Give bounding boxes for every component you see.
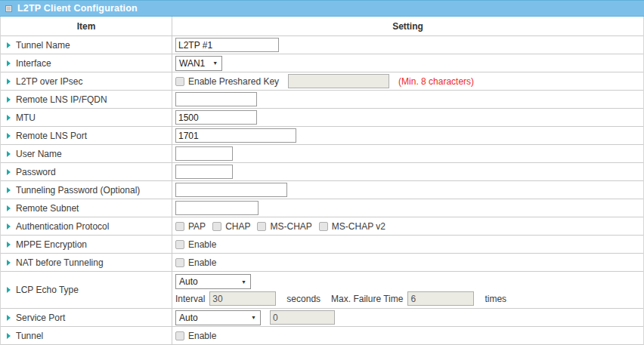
- table-row-tunneling-password: Tunneling Password (Optional): [1, 181, 643, 199]
- bullet-icon: [7, 169, 11, 175]
- bullet-icon: [7, 60, 11, 66]
- table-row-authentication-protocol: Authentication Protocol PAP CHAP MS-CHAP: [1, 217, 643, 236]
- mppe-encryption-label: MPPE Encryption: [16, 239, 87, 250]
- remote-lns-ip-input[interactable]: [175, 92, 257, 106]
- mppe-enable-checkbox[interactable]: [175, 240, 184, 249]
- mtu-input[interactable]: [175, 110, 257, 125]
- nat-enable-label: Enable: [188, 257, 216, 268]
- remote-lns-port-input[interactable]: [175, 128, 296, 143]
- bullet-icon: [7, 115, 11, 121]
- table-row-tunnel-name: Tunnel Name: [1, 36, 643, 54]
- user-name-input[interactable]: [175, 146, 233, 161]
- table-row-service-port: Service Port Auto ▼: [1, 309, 643, 327]
- preshared-key-input[interactable]: [288, 74, 389, 88]
- tunnel-name-label: Tunnel Name: [16, 40, 70, 51]
- chap-label: CHAP: [225, 221, 250, 232]
- lcp-echo-type-selected-value: Auto: [179, 276, 198, 287]
- table-row-password: Password: [1, 163, 643, 181]
- bullet-icon: [7, 223, 11, 229]
- chevron-down-icon: ▼: [243, 315, 256, 320]
- bullet-icon: [7, 151, 11, 157]
- interface-select[interactable]: WAN1 ▼: [175, 56, 222, 71]
- interface-selected-value: WAN1: [179, 58, 205, 69]
- bullet-icon: [7, 79, 11, 85]
- section-title: L2TP Client Configuration: [17, 3, 138, 14]
- table-row-user-name: User Name: [1, 145, 643, 163]
- lcp-interval-label: Interval: [175, 294, 205, 304]
- mppe-enable-label: Enable: [188, 239, 216, 250]
- service-port-select[interactable]: Auto ▼: [175, 310, 261, 325]
- bullet-icon: [7, 97, 11, 103]
- chevron-down-icon: ▼: [234, 279, 246, 285]
- password-input[interactable]: [175, 165, 233, 179]
- enable-preshared-key-label: Enable Preshared Key: [188, 76, 279, 87]
- lcp-interval-input[interactable]: [209, 291, 276, 306]
- lcp-echo-type-select[interactable]: Auto ▼: [175, 274, 251, 289]
- item-column-header: Item: [1, 17, 172, 35]
- tunneling-password-label: Tunneling Password (Optional): [16, 185, 140, 196]
- nat-enable-checkbox[interactable]: [175, 258, 184, 267]
- chap-checkbox[interactable]: [212, 222, 221, 231]
- tunneling-password-input[interactable]: [175, 183, 287, 197]
- lcp-failure-unit-label: times: [485, 294, 506, 304]
- bullet-icon: [7, 315, 11, 321]
- pap-label: PAP: [188, 221, 206, 232]
- bullet-icon: [7, 133, 11, 139]
- table-row-remote-subnet: Remote Subnet: [1, 199, 643, 217]
- password-label: Password: [16, 167, 56, 177]
- remote-subnet-label: Remote Subnet: [16, 203, 79, 214]
- ms-chap-label: MS-CHAP: [270, 221, 311, 232]
- bullet-icon: [7, 205, 11, 211]
- lcp-max-failure-label: Max. Failure Time: [331, 294, 403, 304]
- preshared-key-hint: (Min. 8 characters): [398, 76, 474, 87]
- ms-chap-v2-label: MS-CHAP v2: [332, 221, 385, 232]
- l2tp-over-ipsec-label: L2TP over IPsec: [16, 76, 83, 87]
- bullet-icon: [7, 187, 11, 193]
- interface-label: Interface: [16, 58, 51, 69]
- table-row-remote-lns-port: Remote LNS Port: [1, 127, 643, 145]
- lcp-echo-type-label: LCP Echo Type: [16, 285, 79, 295]
- enable-preshared-key-checkbox[interactable]: [175, 77, 184, 86]
- table-row-remote-lns-ip: Remote LNS IP/FQDN: [1, 91, 643, 109]
- lcp-interval-unit-label: seconds: [286, 294, 320, 304]
- table-row-tunnel: Tunnel Enable: [1, 327, 643, 345]
- mtu-label: MTU: [16, 112, 36, 123]
- bullet-icon: [7, 287, 11, 293]
- remote-lns-port-label: Remote LNS Port: [16, 131, 87, 141]
- user-name-label: User Name: [16, 149, 62, 159]
- authentication-protocol-label: Authentication Protocol: [16, 221, 109, 232]
- table-header-row: Item Setting: [1, 17, 643, 36]
- tunnel-enable-label: Enable: [188, 331, 216, 341]
- bullet-icon: [7, 42, 11, 48]
- table-row-nat-before-tunneling: NAT before Tunneling Enable: [1, 254, 643, 272]
- pap-checkbox[interactable]: [175, 222, 184, 231]
- table-row-l2tp-over-ipsec: L2TP over IPsec Enable Preshared Key (Mi…: [1, 72, 643, 91]
- bullet-icon: [7, 260, 11, 266]
- table-row-mppe-encryption: MPPE Encryption Enable: [1, 236, 643, 254]
- ms-chap-v2-checkbox[interactable]: [319, 222, 328, 231]
- bullet-icon: [7, 333, 11, 339]
- service-port-label: Service Port: [16, 313, 65, 323]
- setting-column-header: Setting: [172, 17, 643, 35]
- table-row-interface: Interface WAN1 ▼: [1, 54, 643, 72]
- chevron-down-icon: ▼: [205, 60, 218, 66]
- nat-before-tunneling-label: NAT before Tunneling: [16, 257, 104, 268]
- configuration-table: Item Setting Tunnel Name Interface WAN1 …: [0, 17, 644, 345]
- bullet-icon: [7, 242, 11, 248]
- tunnel-name-input[interactable]: [175, 38, 279, 52]
- tunnel-enable-checkbox[interactable]: [175, 331, 184, 340]
- remote-lns-ip-label: Remote LNS IP/FQDN: [16, 94, 107, 105]
- ms-chap-checkbox[interactable]: [257, 222, 266, 231]
- table-row-mtu: MTU: [1, 109, 643, 127]
- service-port-selected-value: Auto: [179, 313, 198, 323]
- collapse-section-icon[interactable]: [5, 5, 12, 12]
- l2tp-client-configuration-panel: L2TP Client Configuration Item Setting T…: [0, 0, 644, 345]
- tunnel-label: Tunnel: [16, 331, 43, 341]
- remote-subnet-input[interactable]: [175, 201, 259, 215]
- table-row-lcp-echo-type: LCP Echo Type Auto ▼ Interval seconds Ma…: [1, 272, 643, 309]
- lcp-max-failure-input[interactable]: [407, 291, 474, 306]
- service-port-number-input[interactable]: [270, 310, 335, 325]
- section-titlebar: L2TP Client Configuration: [0, 0, 644, 17]
